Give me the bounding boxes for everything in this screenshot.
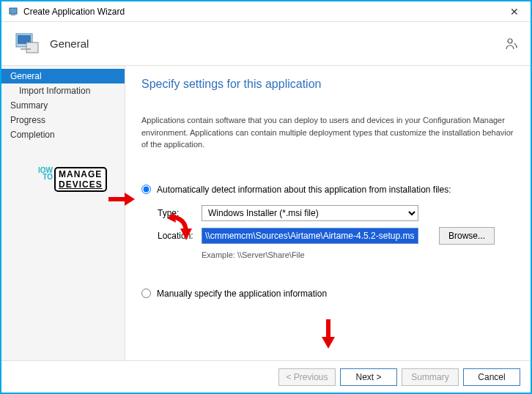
radio-auto-detect[interactable]: Automatically detect information about t…: [141, 185, 514, 195]
watermark: IOW TO MANAGE DEVICES: [38, 167, 107, 192]
sidebar-item-progress[interactable]: Progress: [1, 113, 125, 127]
app-icon: [7, 6, 19, 18]
radio-auto-label: Automatically detect information about t…: [157, 185, 451, 195]
page-description: Applications contain software that you c…: [141, 114, 514, 151]
radio-manual[interactable]: Manually specify the application informa…: [141, 289, 514, 299]
svg-point-6: [508, 39, 512, 43]
titlebar: Create Application Wizard ✕: [1, 1, 531, 22]
header-title: General: [50, 37, 89, 50]
header: General: [1, 22, 531, 66]
footer: < Previous Next > Summary Cancel: [1, 360, 531, 393]
sidebar: GeneralImport InformationSummaryProgress…: [1, 66, 125, 360]
svg-rect-1: [11, 15, 15, 15]
type-label: Type:: [158, 208, 202, 218]
summary-button: Summary: [402, 368, 459, 386]
sidebar-item-import-information[interactable]: Import Information: [1, 83, 125, 98]
sidebar-item-completion[interactable]: Completion: [1, 127, 125, 142]
sidebar-item-summary[interactable]: Summary: [1, 98, 125, 113]
content-pane: Specify settings for this application Ap…: [125, 66, 531, 360]
browse-button[interactable]: Browse...: [439, 227, 495, 245]
sidebar-item-general[interactable]: General: [1, 69, 125, 83]
radio-manual-input[interactable]: [141, 289, 151, 298]
location-input[interactable]: [202, 228, 418, 244]
svg-rect-0: [10, 8, 17, 14]
user-icon: [504, 37, 519, 51]
radio-auto-input[interactable]: [141, 185, 151, 194]
svg-point-7: [516, 46, 517, 48]
cancel-button[interactable]: Cancel: [463, 368, 520, 386]
svg-rect-4: [26, 42, 38, 53]
window-title: Create Application Wizard: [23, 7, 125, 17]
location-example: Example: \\Server\Share\File: [141, 250, 514, 259]
location-label: Location:: [158, 231, 202, 241]
previous-button: < Previous: [278, 368, 336, 386]
close-button[interactable]: ✕: [504, 4, 525, 19]
wizard-icon: [13, 29, 43, 59]
radio-manual-label: Manually specify the application informa…: [157, 289, 327, 299]
svg-rect-5: [21, 48, 31, 50]
page-title: Specify settings for this application: [141, 78, 514, 91]
type-select[interactable]: Windows Installer (*.msi file): [202, 205, 418, 221]
next-button[interactable]: Next >: [340, 368, 397, 386]
